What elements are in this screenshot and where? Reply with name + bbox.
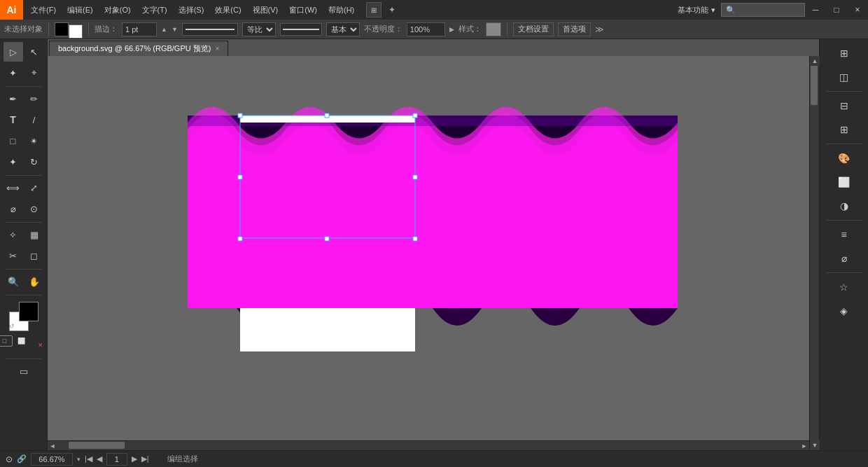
menu-object[interactable]: 对象(O) bbox=[99, 4, 136, 17]
menu-file[interactable]: 文件(F) bbox=[26, 4, 61, 17]
artboard-below bbox=[240, 308, 415, 351]
stroke-down-arrow[interactable]: ▼ bbox=[172, 26, 178, 33]
eraser-tool[interactable]: ◻ bbox=[24, 246, 44, 265]
graphic-styles-button[interactable]: ◈ bbox=[830, 300, 858, 322]
lasso-tool[interactable]: ⌖ bbox=[24, 63, 44, 83]
opacity-arrow[interactable]: ▶ bbox=[449, 26, 454, 33]
screen-mode-button[interactable]: ▭ bbox=[14, 361, 34, 381]
menu-help[interactable]: 帮助(H) bbox=[323, 4, 359, 17]
warp-tool[interactable]: ⌀ bbox=[4, 199, 23, 218]
foreground-color-swatch[interactable] bbox=[19, 302, 38, 321]
swatches-panel-button[interactable]: ⬜ bbox=[830, 171, 858, 193]
tool-row-pencil: ✦ ↻ bbox=[4, 152, 44, 172]
window-controls: ─ □ × bbox=[805, 0, 868, 20]
rect-tool[interactable]: □ bbox=[4, 131, 23, 151]
pencil-tool[interactable]: ✦ bbox=[4, 152, 23, 172]
scrollbar-bottom-thumb[interactable] bbox=[69, 442, 125, 449]
panel-divider-3 bbox=[827, 220, 862, 221]
minimize-button[interactable]: ─ bbox=[805, 0, 826, 20]
zoom-input[interactable] bbox=[31, 453, 73, 466]
scroll-up-arrow[interactable]: ▲ bbox=[810, 56, 820, 66]
pen-tool[interactable]: ✒ bbox=[4, 89, 23, 109]
zoom-tool[interactable]: 🔍 bbox=[4, 272, 23, 291]
artboard-nav-last[interactable]: ▶| bbox=[141, 454, 149, 463]
menu-select[interactable]: 选择(S) bbox=[174, 4, 209, 17]
gradient-mode-button[interactable]: ⬜ bbox=[14, 335, 29, 347]
align-panel-button[interactable]: ⊟ bbox=[830, 95, 858, 117]
reset-colors-icon[interactable]: ↺ bbox=[9, 323, 18, 331]
scale-tool[interactable]: ⤢ bbox=[24, 178, 44, 197]
menu-effect[interactable]: 效果(C) bbox=[210, 4, 246, 17]
scroll-right-arrow[interactable]: ► bbox=[799, 441, 809, 451]
column-chart-tool[interactable]: ▦ bbox=[24, 225, 44, 244]
tab-close-button[interactable]: × bbox=[215, 45, 219, 53]
panel-right: ⊞ ◫ ⊟ ⊞ 🎨 ⬜ ◑ ≡ ⌀ ☆ ◈ bbox=[819, 39, 868, 450]
scrollbar-bottom[interactable]: ◄ ► bbox=[48, 440, 809, 450]
type-tool[interactable]: T bbox=[4, 110, 23, 130]
line-tool[interactable]: / bbox=[24, 110, 44, 130]
transform-panel-button[interactable]: ⊞ bbox=[830, 42, 858, 64]
close-button[interactable]: × bbox=[847, 0, 868, 20]
scrollbar-right-thumb[interactable] bbox=[811, 63, 818, 105]
brush-panel-button[interactable]: ⌀ bbox=[830, 247, 858, 270]
menu-view[interactable]: 视图(V) bbox=[248, 4, 284, 17]
style-swatch[interactable] bbox=[486, 22, 501, 36]
arrange-icon[interactable]: ⊞ bbox=[366, 2, 382, 18]
fill-swatch[interactable] bbox=[55, 22, 69, 36]
scroll-left-arrow[interactable]: ◄ bbox=[48, 441, 57, 451]
tool-divider-2 bbox=[6, 175, 41, 176]
tool-row-type: T / bbox=[4, 110, 44, 130]
menu-text[interactable]: 文字(T) bbox=[137, 4, 172, 17]
artboard-nav-first[interactable]: |◀ bbox=[85, 454, 92, 463]
more-options-icon[interactable]: ≫ bbox=[595, 25, 604, 34]
artboard-nav-prev[interactable]: ◀ bbox=[97, 454, 102, 463]
menu-window[interactable]: 窗口(W) bbox=[284, 4, 322, 17]
direct-selection-tool[interactable]: ↖ bbox=[24, 42, 44, 62]
stroke-panel-button[interactable]: ≡ bbox=[830, 223, 858, 246]
artboard-nav-next[interactable]: ▶ bbox=[132, 454, 137, 463]
preferences-button[interactable]: 首选项 bbox=[558, 22, 591, 36]
scroll-down-arrow[interactable]: ▼ bbox=[810, 440, 820, 450]
restore-button[interactable]: □ bbox=[826, 0, 847, 20]
search-input[interactable] bbox=[721, 3, 805, 17]
selection-tool[interactable]: ▷ bbox=[4, 42, 23, 62]
pathfinder-panel-button[interactable]: ⊞ bbox=[830, 118, 858, 141]
appearance-panel-button[interactable]: ◫ bbox=[830, 66, 858, 88]
gradient-panel-button[interactable]: ◑ bbox=[830, 195, 858, 217]
blend-tool[interactable]: ⟡ bbox=[4, 225, 23, 244]
divider2 bbox=[88, 22, 89, 36]
stroke-up-arrow[interactable]: ▲ bbox=[161, 26, 167, 33]
workspace-selector[interactable]: 基本功能 ▾ bbox=[672, 5, 721, 15]
color-mode-button[interactable]: □ bbox=[0, 335, 13, 347]
slice-tool[interactable]: ✂ bbox=[4, 246, 23, 265]
menu-edit[interactable]: 编辑(E) bbox=[62, 4, 98, 17]
artboard-number-input[interactable] bbox=[106, 453, 127, 466]
star-icon[interactable]: ✦ bbox=[384, 2, 400, 18]
paintbrush-tool[interactable]: ✴ bbox=[24, 131, 44, 151]
mirror-tool[interactable]: ⟺ bbox=[4, 178, 23, 197]
magic-wand-tool[interactable]: ✦ bbox=[4, 63, 23, 83]
stroke-width-input[interactable] bbox=[122, 22, 157, 36]
hand-tool[interactable]: ✋ bbox=[24, 272, 44, 291]
opacity-input[interactable] bbox=[407, 22, 445, 36]
stroke-style-dropdown[interactable]: 基本 bbox=[326, 22, 360, 36]
app-logo: Ai bbox=[0, 0, 23, 20]
zoom-dropdown-icon[interactable]: ▾ bbox=[77, 456, 80, 463]
add-anchor-tool[interactable]: ✏ bbox=[24, 89, 44, 109]
document-tab[interactable]: background.svg @ 66.67% (RGB/GPU 预览) × bbox=[49, 41, 228, 56]
stroke-type-dropdown[interactable]: 等比 bbox=[242, 22, 276, 36]
canvas-area[interactable] bbox=[48, 56, 819, 450]
rotate-tool[interactable]: ↻ bbox=[24, 152, 44, 172]
stroke-preview bbox=[182, 23, 238, 36]
doc-settings-button[interactable]: 文档设置 bbox=[513, 22, 554, 36]
panel-divider-1 bbox=[827, 91, 862, 92]
stroke-style-line bbox=[283, 29, 319, 30]
color-panel-button[interactable]: 🎨 bbox=[830, 147, 858, 169]
tab-filename: background.svg @ 66.67% (RGB/GPU 预览) bbox=[58, 43, 211, 54]
symbols-panel-button[interactable]: ☆ bbox=[830, 276, 858, 298]
scrollbar-right[interactable]: ▲ ▼ bbox=[809, 56, 819, 450]
width-tool[interactable]: ⊙ bbox=[24, 199, 44, 218]
tab-bar: background.svg @ 66.67% (RGB/GPU 预览) × bbox=[49, 39, 819, 56]
stroke-swatch[interactable] bbox=[69, 25, 83, 39]
tool-divider-5 bbox=[6, 295, 41, 295]
